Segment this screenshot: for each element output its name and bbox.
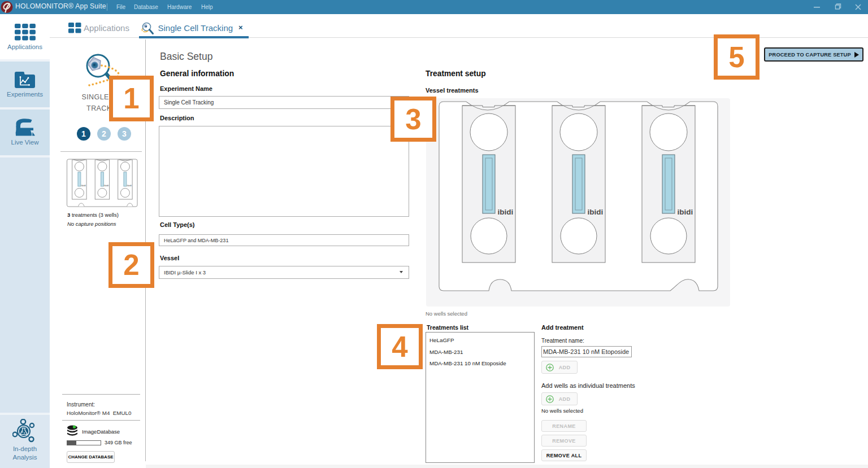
svg-text:ibidi: ibidi: [127, 184, 132, 187]
svg-text:ibidi: ibidi: [678, 208, 693, 216]
svg-text:ibidi: ibidi: [498, 208, 514, 216]
svg-text:ibidi: ibidi: [588, 208, 604, 216]
svg-text:ibidi: ibidi: [81, 184, 86, 187]
svg-text:ibidi: ibidi: [104, 184, 108, 187]
